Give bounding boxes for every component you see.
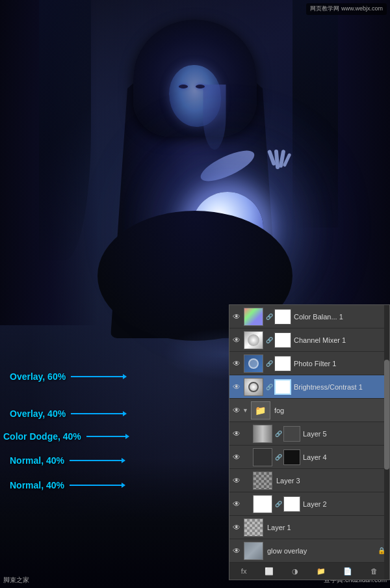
thumb-layer3 [253, 472, 272, 490]
visibility-icon-layer2[interactable]: 👁 [231, 498, 242, 510]
panel-bottom-controls: fx ⬜ ◑ 📁 📄 🗑 [229, 563, 389, 580]
thumb-layer1 [244, 518, 263, 537]
tree-branch-left [39, 0, 91, 260]
annotation-overlay-40: Overlay, 40% [10, 408, 127, 419]
layer-row-glow-overlay[interactable]: 👁 glow overlay 🔒 [229, 539, 389, 563]
panel-scrollbar[interactable] [384, 305, 389, 580]
witch-hand [257, 150, 289, 179]
layer-name-layer5: Layer 5 [303, 430, 388, 438]
layer-name-layer2: Layer 2 [303, 500, 388, 508]
group-arrow-fog[interactable]: ▼ [242, 407, 248, 414]
annotation-colordodge-40: Color Dodge, 40% [3, 431, 129, 442]
visibility-icon-photo-filter[interactable]: 👁 [231, 358, 242, 369]
mask-photo-filter [274, 356, 291, 371]
annotation-overlay-60: Overlay, 60% [10, 371, 127, 382]
visibility-icon-brightness[interactable]: 👁 [231, 381, 242, 393]
witch-hair-right [203, 85, 226, 150]
layer-name-fog: fog [274, 407, 388, 414]
thumb-layer4 [253, 448, 272, 466]
layer-row-brightness-contrast[interactable]: 👁 🔗 Brightness/Contrast 1 [229, 375, 389, 399]
layer-name-glow-overlay: glow overlay [267, 547, 378, 555]
layers-list: 👁 🔗 Color Balan... 1 👁 🔗 Channel Mixer 1… [229, 305, 389, 580]
adjustment-button[interactable]: ◑ [289, 566, 301, 577]
link-icon-layer2: 🔗 [274, 500, 283, 509]
layer-row-photo-filter[interactable]: 👁 🔗 Photo Filter 1 [229, 352, 389, 375]
thumb-glow-overlay [244, 542, 263, 560]
watermark-top-right: 网页教学网 www.webjx.com [306, 3, 387, 15]
visibility-icon-layer5[interactable]: 👁 [231, 428, 242, 440]
layer-row-layer4[interactable]: 👁 🔗 Layer 4 [229, 446, 389, 469]
mask-channel-mixer [274, 332, 291, 348]
mask-layer2 [283, 496, 300, 512]
layer-row-channel-mixer[interactable]: 👁 🔗 Channel Mixer 1 [229, 328, 389, 352]
group-button[interactable]: 📁 [314, 566, 328, 577]
visibility-icon-layer1[interactable]: 👁 [231, 522, 242, 533]
thumb-layer2 [253, 495, 272, 513]
layer-name-channel-mixer: Channel Mixer 1 [294, 336, 388, 344]
link-icon-channel-mixer: 🔗 [265, 336, 274, 345]
link-icon-layer5: 🔗 [274, 429, 283, 438]
thumb-brightness [244, 378, 263, 396]
panel-scrollbar-thumb[interactable] [384, 360, 389, 470]
layers-panel: 👁 🔗 Color Balan... 1 👁 🔗 Channel Mixer 1… [229, 304, 390, 580]
annotation-normal-40-2: Normal, 40% [10, 480, 125, 490]
link-icon-brightness: 🔗 [265, 382, 274, 392]
layer-name-color-balance: Color Balan... 1 [294, 313, 388, 321]
watermark-bottom-left: 脚束之家 [3, 576, 29, 585]
layer-row-layer3[interactable]: 👁 Layer 3 [229, 469, 389, 492]
layer-row-color-balance[interactable]: 👁 🔗 Color Balan... 1 [229, 305, 389, 328]
visibility-icon-layer3[interactable]: 👁 [231, 475, 242, 487]
link-icon-color-balance: 🔗 [265, 312, 274, 321]
annotation-normal-40-1: Normal, 40% [10, 455, 125, 466]
mask-color-balance [274, 309, 291, 325]
delete-button[interactable]: 🗑 [368, 566, 380, 576]
mask-button[interactable]: ⬜ [262, 566, 276, 577]
layer-row-fog-group[interactable]: 👁 ▼ 📁 fog [229, 399, 389, 422]
witch-hair-left [146, 85, 172, 163]
layer-row-layer5[interactable]: 👁 🔗 Layer 5 [229, 422, 389, 446]
visibility-icon-color-balance[interactable]: 👁 [231, 311, 242, 323]
thumb-color-balance [244, 308, 263, 326]
mask-layer4 [283, 449, 300, 465]
fx-button[interactable]: fx [239, 566, 250, 576]
visibility-icon-layer4[interactable]: 👁 [231, 451, 242, 463]
layer-row-layer2[interactable]: 👁 🔗 Layer 2 [229, 492, 389, 516]
layer-name-photo-filter: Photo Filter 1 [294, 360, 388, 368]
layer-name-layer1: Layer 1 [267, 524, 388, 531]
thumb-channel-mixer [244, 331, 263, 349]
layer-row-layer1[interactable]: 👁 Layer 1 [229, 516, 389, 539]
thumb-photo-filter [244, 354, 263, 373]
link-icon-photo-filter: 🔗 [265, 359, 274, 368]
layer-name-brightness: Brightness/Contrast 1 [294, 383, 388, 391]
visibility-icon-glow[interactable]: 👁 [231, 545, 242, 557]
new-layer-button[interactable]: 📄 [341, 566, 355, 577]
witch-eye-right [196, 85, 205, 88]
witch-eye-left [179, 85, 188, 88]
thumb-fog-group: 📁 [251, 401, 270, 420]
layer-name-layer4: Layer 4 [303, 453, 388, 461]
link-icon-layer4: 🔗 [274, 453, 283, 462]
mask-layer5 [283, 426, 300, 442]
visibility-icon-channel-mixer[interactable]: 👁 [231, 334, 242, 346]
tree-branch-right [292, 0, 338, 228]
layer-name-layer3: Layer 3 [276, 477, 388, 485]
thumb-layer5 [253, 425, 272, 443]
visibility-icon-fog[interactable]: 👁 [231, 405, 242, 416]
mask-brightness [274, 379, 291, 395]
